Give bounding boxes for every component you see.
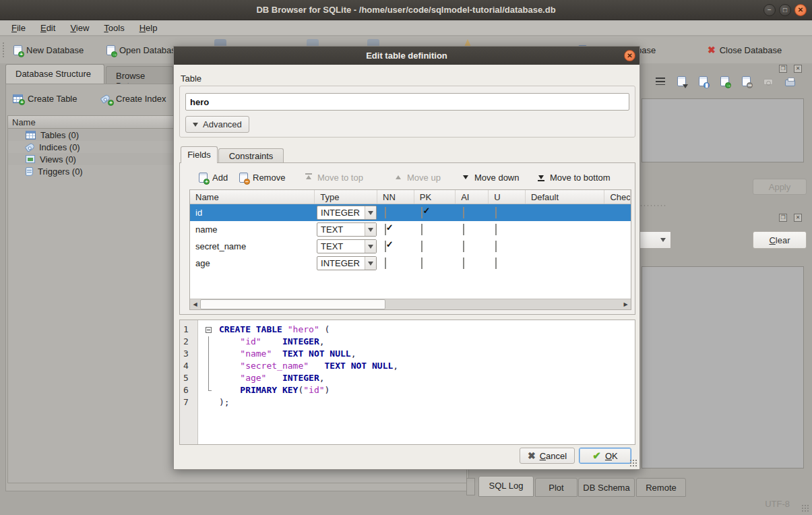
ok-button[interactable]: ✔ OK [579,448,631,464]
close-icon[interactable]: ✕ [794,4,807,16]
log-filter-combo[interactable] [640,231,671,249]
chevron-down-icon[interactable] [365,257,376,270]
move-to-top-button[interactable]: Move to top [305,170,363,185]
type-combo[interactable]: INTEGER [317,206,377,220]
nn-checkbox[interactable] [385,207,386,218]
ai-checkbox[interactable] [463,207,464,218]
sql-line: "id" INTEGER, [219,336,325,349]
nn-checkbox[interactable] [385,241,386,252]
tab-browse-data[interactable]: Browse Data [106,66,173,84]
open-file-icon[interactable] [677,76,686,86]
scrollbar-thumb[interactable] [200,299,385,309]
clear-button[interactable]: Clear [753,231,807,249]
create-table-button[interactable]: + Create Table [13,90,77,107]
advanced-toggle-button[interactable]: Advanced [185,116,249,133]
word-wrap-icon[interactable] [656,78,665,85]
u-checkbox[interactable] [495,224,497,235]
new-database-button[interactable]: + New Database [13,41,84,59]
chevron-down-icon[interactable] [365,206,376,219]
field-row-name[interactable]: nameTEXT [190,221,631,238]
remove-field-button[interactable]: −Remove [239,170,285,185]
dialog-close-icon[interactable]: ✕ [624,50,635,61]
pk-checkbox[interactable] [421,258,423,269]
apply-button[interactable]: Apply [753,179,807,195]
type-combo[interactable]: INTEGER [317,256,377,270]
pk-checkbox[interactable] [421,207,423,218]
column-header-pk[interactable]: PK [414,190,456,204]
menu-help[interactable]: Help [132,22,165,34]
bottom-tab-remote[interactable]: Remote [636,478,686,497]
column-header-nn[interactable]: NN [377,190,414,204]
sql-plain [219,373,240,383]
type-combo[interactable]: TEXT [317,239,377,253]
ai-checkbox[interactable] [463,258,464,269]
ai-checkbox[interactable] [463,241,464,252]
u-checkbox[interactable] [495,241,497,252]
move-to-bottom-button[interactable]: Move to bottom [537,170,611,185]
scroll-left-icon[interactable]: ◀ [190,299,200,309]
bottom-tab-plot[interactable]: Plot [535,478,577,497]
move-up-button[interactable]: Move up [394,170,441,185]
close-database-button[interactable]: ✖ Close Database [708,41,782,59]
toolbar-handle[interactable] [2,42,5,58]
type-combo[interactable]: TEXT [317,222,377,237]
cancel-button[interactable]: ✖ Cancel [520,448,575,464]
create-index-button[interactable]: + Create Index [101,90,166,107]
horizontal-scrollbar[interactable]: ◀ ▶ [190,299,631,309]
column-header-default[interactable]: Default [526,190,605,204]
fold-marker[interactable] [204,324,214,336]
dock-splitter[interactable] [636,204,666,207]
minimize-icon[interactable]: − [763,4,776,16]
tab-fields[interactable]: Fields [181,146,218,163]
u-checkbox[interactable] [495,207,497,218]
nn-checkbox[interactable] [385,258,386,269]
menu-file[interactable]: File [4,22,33,34]
dock-close-icon[interactable]: ✕ [794,214,802,222]
encoding-indicator[interactable]: UTF-8 [765,499,790,509]
column-header-type[interactable]: Type [315,190,377,204]
ai-checkbox[interactable] [463,224,464,235]
field-row-id[interactable]: idINTEGER [190,204,631,221]
table-name-input[interactable] [185,93,629,111]
nn-checkbox[interactable] [385,224,386,235]
sql-log-area[interactable] [642,266,804,468]
cell-editor-area[interactable] [642,98,804,162]
field-row-secret_name[interactable]: secret_nameTEXT [190,238,631,255]
open-database-button[interactable]: → Open Database [106,41,181,59]
dialog-resize-grip[interactable] [629,459,638,468]
column-header-u[interactable]: U [489,190,526,204]
menu-tools[interactable]: Tools [96,22,131,34]
bottom-tab-sql-log[interactable]: SQL Log [478,476,534,497]
move-down-button[interactable]: Move down [462,170,519,185]
column-header-ai[interactable]: AI [456,190,489,204]
resize-grip[interactable] [801,504,810,513]
field-toolbar-label: Add [212,173,228,183]
dock-float-icon[interactable]: ❐ [779,214,787,222]
pk-checkbox[interactable] [421,241,423,252]
bottom-tab-db-schema[interactable]: DB Schema [578,478,635,497]
column-header-name[interactable]: Name [190,190,315,204]
chevron-down-icon[interactable] [365,223,376,236]
link-icon[interactable]: ∞ [742,76,751,86]
tab-database-structure[interactable]: Database Structure [5,64,104,84]
save-file-icon[interactable]: ▮ [699,76,708,86]
dock-close-icon[interactable]: ✕ [794,65,802,73]
set-null-icon[interactable] [763,79,773,85]
print-icon[interactable] [785,80,795,86]
sql-preview[interactable]: 1CREATE TABLE "hero" (2 "id" INTEGER,3 "… [179,320,635,445]
menu-view[interactable]: View [63,22,96,34]
chevron-down-icon[interactable] [365,240,376,253]
dock-float-icon[interactable]: ❐ [779,65,787,73]
pk-checkbox[interactable] [421,224,423,235]
scroll-right-icon[interactable]: ▶ [621,299,631,309]
column-header-check[interactable]: Check [604,190,631,204]
field-row-age[interactable]: ageINTEGER [190,255,631,272]
menu-edit[interactable]: Edit [33,22,63,34]
maximize-icon[interactable]: □ [779,4,791,16]
add-field-button[interactable]: +Add [199,170,228,185]
u-checkbox[interactable] [495,258,497,269]
tab-constraints[interactable]: Constraints [218,148,284,163]
export-icon[interactable]: → [720,76,729,86]
dialog-titlebar[interactable]: Edit table definition [174,47,639,65]
close-database-label: Close Database [720,45,782,55]
